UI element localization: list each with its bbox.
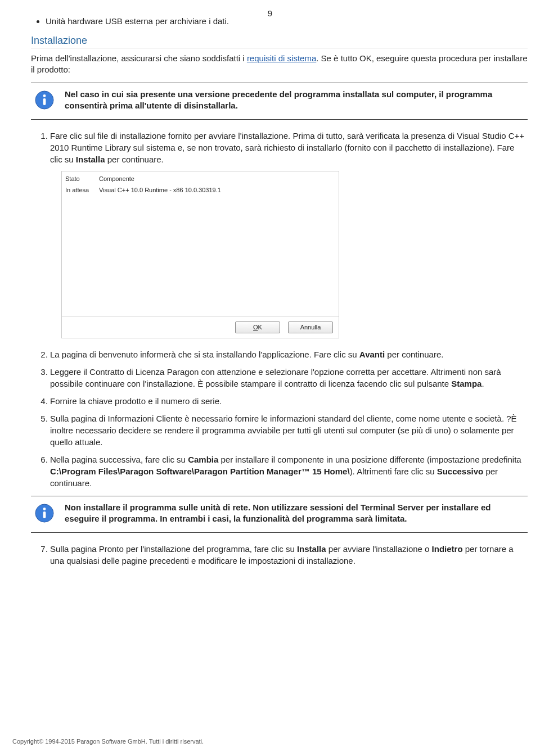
footer-copyright: Copyright© 1994-2015 Paragon Software Gm… <box>12 738 204 745</box>
step-4: Fornire la chiave prodotto e il numero d… <box>50 395 528 407</box>
col-componente: Componente <box>99 175 134 183</box>
step-2-pre: La pagina di benvenuto informerà che si … <box>50 350 359 359</box>
step-2-post: per continuare. <box>385 350 443 359</box>
section-title: Installazione <box>31 35 528 48</box>
step-6-mid1: per installare il componente in una posi… <box>218 455 521 464</box>
ok-rest: K <box>258 324 262 331</box>
step-1-bold: Installa <box>76 155 105 164</box>
step-7: Sulla pagina Pronto per l'installazione … <box>50 543 528 567</box>
ok-button[interactable]: OK <box>235 322 280 333</box>
step-7-pre: Sulla pagina Pronto per l'installazione … <box>50 544 297 554</box>
step-7-bold1: Installa <box>297 544 326 554</box>
system-requirements-link[interactable]: requisiti di sistema <box>247 53 316 63</box>
svg-point-2 <box>43 94 46 97</box>
step-list-2: Sulla pagina Pronto per l'installazione … <box>31 543 528 567</box>
info-icon <box>34 90 55 110</box>
step-7-bold2: Indietro <box>432 544 463 554</box>
step-5: Sulla pagina di Informazioni Cliente è n… <box>50 413 528 448</box>
step-list: Fare clic sul file di installazione forn… <box>31 130 528 489</box>
note-text: Nel caso in cui sia presente una version… <box>65 89 528 112</box>
step-3: Leggere il Contratto di Licenza Paragon … <box>50 366 528 390</box>
step-6-pre: Nella pagina successiva, fare clic su <box>50 455 188 464</box>
component-list: Stato Componente In attesa Visual C++ 10… <box>62 171 339 317</box>
ok-underline: O <box>253 324 258 331</box>
step-7-mid: per avviare l'installazione o <box>326 544 432 554</box>
step-3-post: . <box>482 379 484 388</box>
step-3-bold: Stampa <box>451 379 482 388</box>
list-row: In attesa Visual C++ 10.0 Runtime - x86 … <box>65 185 335 195</box>
col-stato: Stato <box>65 175 99 183</box>
info-icon <box>34 503 55 523</box>
step-6-mid2: ). Altrimenti fare clic su <box>350 467 437 476</box>
step-6-path: C:\Program Files\Paragon Software\Parago… <box>50 467 350 476</box>
step-6-bold2: Successivo <box>437 467 484 476</box>
note-text: Non installare il programma sulle unità … <box>65 502 528 525</box>
step-6-bold1: Cambia <box>188 455 218 464</box>
note-box-2: Non installare il programma sulle unità … <box>31 496 528 533</box>
note-box-1: Nel caso in cui sia presente una version… <box>31 83 528 120</box>
intro-pre: Prima dell'installazione, assicurarsi ch… <box>31 53 247 63</box>
installer-screenshot: Stato Componente In attesa Visual C++ 10… <box>61 171 339 338</box>
intro-paragraph: Prima dell'installazione, assicurarsi ch… <box>31 53 528 76</box>
svg-rect-3 <box>43 98 46 105</box>
step-2-bold: Avanti <box>359 350 385 359</box>
cancel-button[interactable]: Annulla <box>288 322 333 333</box>
svg-point-6 <box>43 508 46 510</box>
step-2: La pagina di benvenuto informerà che si … <box>50 348 528 360</box>
page-number: 9 <box>0 8 540 18</box>
step-1-post: per continuare. <box>105 155 164 164</box>
row-stato: In attesa <box>65 186 99 194</box>
step-1: Fare clic sul file di installazione forn… <box>50 130 528 338</box>
step-6: Nella pagina successiva, fare clic su Ca… <box>50 454 528 489</box>
list-header: Stato Componente <box>65 174 335 185</box>
row-componente: Visual C++ 10.0 Runtime - x86 10.0.30319… <box>99 186 221 194</box>
svg-rect-7 <box>43 511 46 518</box>
step-3-pre: Leggere il Contratto di Licenza Paragon … <box>50 367 501 388</box>
